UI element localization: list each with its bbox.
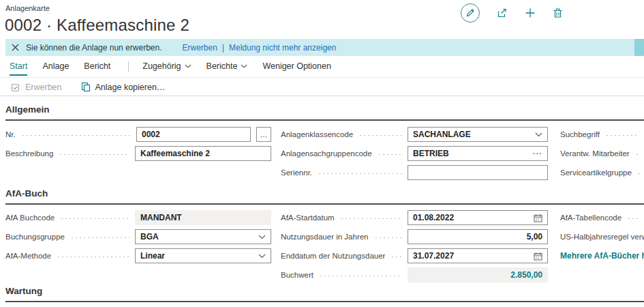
notification-message: Sie können die Anlage nun erwerben. <box>26 43 162 53</box>
dotted-leader <box>627 218 639 220</box>
field-enddatum-nutzungsdauer: Enddatum der Nutzungsdauer 31.07.2027 <box>281 248 548 263</box>
calendar-icon <box>534 214 542 222</box>
seriennr-input[interactable] <box>408 165 548 180</box>
field-anlagensachgruppencode: Anlagensachgruppencode BETRIEB ··· <box>281 146 548 161</box>
dotted-leader <box>390 256 402 258</box>
chevron-down-icon <box>258 235 266 239</box>
edit-icon[interactable] <box>461 3 480 23</box>
close-icon[interactable] <box>12 44 19 51</box>
dotted-leader <box>378 154 402 156</box>
field-anlagenklassencode: Anlagenklassencode SACHANLAGE <box>281 127 548 142</box>
notification-bar: Sie können die Anlage nun erwerben. Erwe… <box>5 39 644 56</box>
field-buchwert: Buchwert 2.850,00 <box>281 267 548 282</box>
tab-zugehoerig[interactable]: Zugehörig <box>142 61 191 74</box>
lookup-icon: ··· <box>533 150 542 158</box>
chevron-down-icon <box>258 254 266 259</box>
nr-input[interactable]: 0002 <box>136 127 251 142</box>
dotted-leader <box>635 154 639 156</box>
acquire-action-button[interactable]: Erwerben <box>11 83 62 92</box>
dotted-leader <box>340 218 402 220</box>
field-afa-methode: AfA-Methode Linear <box>5 248 271 263</box>
section-header-allgemein: Allgemein <box>5 104 644 121</box>
nr-assist-edit-button[interactable]: … <box>256 127 271 142</box>
buchwert-drilldown[interactable]: 2.850,00 <box>408 267 548 282</box>
dotted-leader <box>374 237 403 239</box>
field-serviceartikelgruppe: Serviceartikelgruppe <box>560 165 644 180</box>
copy-asset-action-button[interactable]: Anlage kopieren… <box>81 82 166 92</box>
field-nutzungsdauer: Nutzungsdauer in Jahren 5,00 <box>281 229 548 244</box>
dotted-leader <box>57 256 129 258</box>
dotted-leader <box>318 173 402 175</box>
tab-weniger-optionen[interactable]: Weniger Optionen <box>262 61 331 74</box>
afa-buch-column-3: AfA-Tabellencode US-Halbjahresregel verw… <box>560 210 644 267</box>
afa-buch-column-1: AfA Buchcode MANDANT Buchungsgruppe BGA … <box>5 210 271 267</box>
field-beschreibung: Beschreibung Kaffeemaschine 2 <box>5 146 271 161</box>
anlagensachgruppencode-lookup[interactable]: BETRIEB ··· <box>408 146 548 161</box>
field-seriennr: Seriennr. <box>281 165 548 180</box>
tab-divider <box>128 61 129 72</box>
field-afa-tabellencode: AfA-Tabellencode <box>560 210 644 225</box>
field-buchungsgruppe: Buchungsgruppe BGA <box>5 229 271 244</box>
chevron-down-icon <box>185 64 191 68</box>
dotted-leader <box>21 134 131 136</box>
afa-startdatum-input[interactable]: 01.08.2022 <box>408 210 548 225</box>
notification-acquire-link[interactable]: Erwerben <box>182 43 217 53</box>
buchungsgruppe-dropdown[interactable]: BGA <box>135 229 271 244</box>
calendar-icon <box>534 252 542 261</box>
dotted-leader <box>637 173 640 175</box>
enddatum-input[interactable]: 31.07.2027 <box>408 248 548 263</box>
field-suchbegriff: Suchbegriff <box>560 127 644 142</box>
page-title: 0002 · Kaffeemaschine 2 <box>5 16 189 35</box>
field-afa-buchcode: AfA Buchcode MANDANT <box>5 210 271 225</box>
page-toolbar <box>461 3 563 23</box>
dotted-leader <box>70 237 129 239</box>
chevron-down-icon <box>241 64 247 68</box>
notification-scrollbar-cap <box>634 39 644 56</box>
section-header-afa-buch: AfA-Buch <box>5 188 644 205</box>
dotted-leader <box>60 218 129 220</box>
add-icon[interactable] <box>525 8 536 18</box>
fixed-asset-card-page: Anlagenkarte 0002 · Kaffeemaschine 2 Sie… <box>0 0 644 307</box>
afa-buch-column-2: AfA-Startdatum 01.08.2022 Nutzungsdauer … <box>281 210 548 287</box>
add-more-depreciation-books-link[interactable]: Mehrere AfA-Bücher hinzufüg <box>560 248 644 263</box>
field-nr: Nr. 0002 … <box>5 127 271 142</box>
anlagenklassencode-dropdown[interactable]: SACHANLAGE <box>408 127 548 142</box>
tab-berichte[interactable]: Berichte <box>206 61 248 74</box>
allgemein-column-1: Nr. 0002 … Beschreibung Kaffeemaschine 2 <box>5 127 271 165</box>
dotted-leader <box>319 275 402 277</box>
dotted-leader <box>358 134 402 136</box>
field-afa-startdatum: AfA-Startdatum 01.08.2022 <box>281 210 548 225</box>
acquire-icon <box>11 83 20 92</box>
field-us-halbjahresregel: US-Halbjahresregel verwenden <box>560 229 644 244</box>
page-caption: Anlagenkarte <box>5 4 50 12</box>
afa-buchcode-field: MANDANT <box>135 210 271 225</box>
notification-dismiss-link[interactable]: Meldung nicht mehr anzeigen <box>229 43 336 53</box>
tab-bericht[interactable]: Bericht <box>84 61 110 74</box>
share-icon[interactable] <box>497 8 508 18</box>
dotted-leader <box>59 154 129 156</box>
copy-icon <box>81 82 91 92</box>
tab-anlage[interactable]: Anlage <box>42 61 69 74</box>
menu-tab-bar: Start Anlage Bericht Zugehörig Berichte … <box>0 61 644 78</box>
tab-start[interactable]: Start <box>10 61 27 76</box>
allgemein-column-2: Anlagenklassencode SACHANLAGE Anlagensac… <box>281 127 548 184</box>
dotted-leader <box>605 134 639 136</box>
chevron-down-icon <box>535 132 542 137</box>
nutzungsdauer-input[interactable]: 5,00 <box>408 229 548 244</box>
field-verantw-mitarbeiter: Verantw. Mitarbeiter <box>560 146 644 161</box>
section-header-wartung: Wartung <box>5 286 644 302</box>
action-bar: Erwerben Anlage kopieren… <box>0 78 644 96</box>
delete-icon[interactable] <box>553 8 563 18</box>
afa-methode-dropdown[interactable]: Linear <box>135 248 271 263</box>
beschreibung-input[interactable]: Kaffeemaschine 2 <box>135 146 271 161</box>
allgemein-column-3: Suchbegriff Verantw. Mitarbeiter Service… <box>560 127 644 184</box>
notification-link-separator: | <box>222 43 224 53</box>
